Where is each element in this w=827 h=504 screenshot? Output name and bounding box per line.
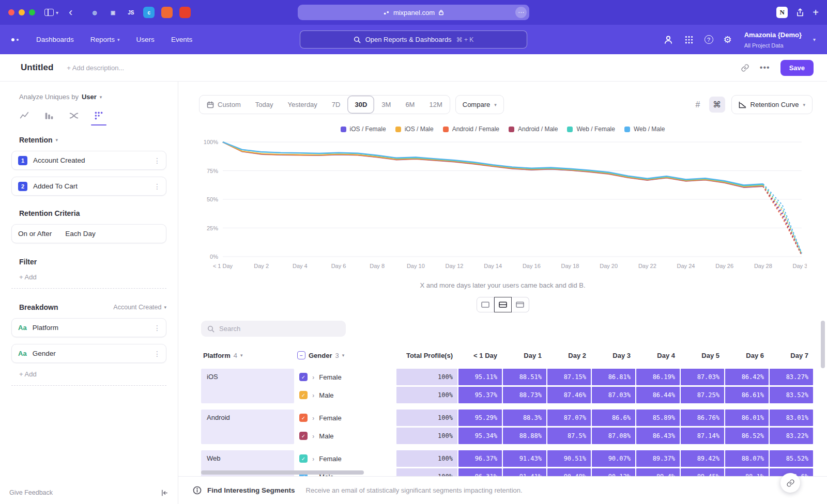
notion-icon[interactable]: N: [776, 7, 788, 18]
legend-item[interactable]: iOS / Female: [341, 125, 386, 133]
extension-icon-1[interactable]: ◎: [89, 7, 100, 18]
mixpanel-logo[interactable]: [11, 38, 19, 41]
row-checkbox[interactable]: ✓: [299, 373, 308, 381]
retention-cell[interactable]: 87.08%: [592, 428, 635, 444]
tab-retention[interactable]: [91, 111, 106, 125]
report-title[interactable]: Untitled: [21, 62, 53, 73]
retention-cell[interactable]: 83.01%: [770, 410, 813, 426]
breakdown-add-button[interactable]: + Add: [11, 370, 166, 386]
retention-cell[interactable]: 88.1%: [725, 468, 769, 476]
row-checkbox[interactable]: ✓: [299, 432, 308, 440]
retention-cell[interactable]: 87.46%: [547, 387, 591, 403]
kebab-menu-icon[interactable]: ⋮: [154, 182, 161, 191]
retention-cell[interactable]: 87.15%: [547, 369, 591, 385]
help-icon[interactable]: ?: [705, 35, 713, 44]
retention-cell[interactable]: 86.44%: [636, 387, 680, 403]
retention-cell[interactable]: 87.5%: [547, 428, 591, 444]
keyboard-shortcuts-button[interactable]: ⌘: [709, 97, 725, 113]
extension-icon-3[interactable]: JS: [125, 7, 136, 18]
window-close-button[interactable]: [8, 9, 14, 15]
legend-item[interactable]: Android / Female: [443, 125, 499, 133]
column-platform[interactable]: Platform 4 ▾: [201, 352, 294, 359]
retention-cell[interactable]: 87.14%: [681, 428, 724, 444]
share-icon[interactable]: [796, 8, 804, 17]
apps-grid-icon[interactable]: [684, 35, 694, 45]
retention-cell[interactable]: 89.37%: [636, 450, 680, 467]
view-table-only-button[interactable]: [512, 297, 529, 312]
settings-gear-icon[interactable]: ⚙: [724, 35, 732, 44]
retention-cell[interactable]: 85.52%: [770, 450, 813, 467]
tab-flows[interactable]: [67, 111, 81, 125]
legend-item[interactable]: Web / Male: [624, 125, 665, 133]
copy-link-icon[interactable]: [741, 64, 749, 72]
criteria-interval[interactable]: Each Day: [65, 230, 96, 238]
breakdown-gender[interactable]: Aa Gender ⋮: [11, 344, 166, 363]
retention-cell[interactable]: 88.07%: [725, 450, 769, 467]
legend-item[interactable]: Web / Female: [567, 125, 615, 133]
compare-button[interactable]: Compare ▾: [455, 95, 504, 114]
view-split-button[interactable]: [494, 297, 512, 312]
retention-cell[interactable]: 86.6%: [592, 410, 635, 426]
retention-cell[interactable]: 83.52%: [770, 387, 813, 403]
nav-item-dashboards[interactable]: Dashboards: [36, 36, 74, 43]
retention-cell[interactable]: 96.37%: [458, 450, 502, 467]
row-checkbox[interactable]: ✓: [299, 391, 308, 399]
kebab-menu-icon[interactable]: ⋮: [154, 156, 161, 165]
kebab-menu-icon[interactable]: ⋮: [154, 324, 161, 332]
retention-cell[interactable]: 87.25%: [681, 387, 724, 403]
nav-item-events[interactable]: Events: [171, 36, 192, 43]
retention-cell[interactable]: 88.51%: [503, 369, 546, 385]
retention-cell[interactable]: 86.01%: [725, 410, 769, 426]
retention-cell[interactable]: 86.81%: [592, 369, 635, 385]
retention-cell[interactable]: 95.11%: [458, 369, 502, 385]
range-7d[interactable]: 7D: [325, 96, 348, 114]
nav-item-reports[interactable]: Reports▾: [90, 36, 120, 43]
horizontal-scrollbar[interactable]: [201, 470, 364, 475]
retention-cell[interactable]: 87.03%: [592, 387, 635, 403]
retention-cell[interactable]: 91.41%: [503, 468, 546, 476]
find-segments-link[interactable]: Find Interesting Segments: [207, 486, 295, 494]
retention-cell[interactable]: 95.37%: [458, 387, 502, 403]
range-custom[interactable]: Custom: [200, 96, 248, 114]
analyze-uniques-row[interactable]: Analyze Uniques by User ▾: [11, 93, 166, 101]
retention-cell[interactable]: 87.03%: [681, 369, 724, 385]
retention-cell[interactable]: 88.73%: [503, 387, 546, 403]
global-search[interactable]: Open Reports & Dashboards ⌘ + K: [300, 30, 527, 49]
data-management-icon[interactable]: [663, 35, 673, 45]
retention-cell[interactable]: 86.42%: [725, 369, 769, 385]
step-account-created[interactable]: 1 Account Created ⋮: [11, 151, 166, 170]
retention-cell[interactable]: 95.34%: [458, 428, 502, 444]
table-search-input[interactable]: Search: [201, 321, 346, 337]
retention-cell[interactable]: 85.89%: [636, 410, 680, 426]
extension-icon-2[interactable]: ▣: [107, 7, 118, 18]
range-3m[interactable]: 3M: [374, 96, 398, 114]
extension-icon-5[interactable]: [161, 7, 173, 18]
range-30d[interactable]: 30D: [347, 96, 374, 114]
retention-cell[interactable]: 86.61%: [725, 387, 769, 403]
step-added-to-cart[interactable]: 2 Added To Cart ⋮: [11, 177, 166, 196]
row-checkbox[interactable]: ✓: [299, 454, 308, 463]
retention-section-header[interactable]: Retention ▾: [11, 136, 166, 144]
breakdown-scope-selector[interactable]: Account Created ▾: [113, 304, 166, 311]
range-yesterday[interactable]: Yesterday: [281, 96, 325, 114]
retention-cell[interactable]: 90.07%: [592, 450, 635, 467]
extension-icon-4[interactable]: c: [143, 7, 155, 18]
retention-cell[interactable]: 96.31%: [458, 468, 502, 476]
window-minimize-button[interactable]: [19, 9, 25, 15]
expand-row-icon[interactable]: ›: [312, 391, 314, 399]
nav-item-users[interactable]: Users: [136, 36, 155, 43]
annotations-button[interactable]: #: [690, 97, 706, 113]
retention-cell[interactable]: 83.22%: [770, 428, 813, 444]
more-options-icon[interactable]: •••: [760, 63, 770, 72]
expand-row-icon[interactable]: ›: [312, 373, 314, 381]
range-12m[interactable]: 12M: [422, 96, 449, 114]
window-zoom-button[interactable]: [29, 9, 35, 15]
legend-item[interactable]: iOS / Male: [395, 125, 434, 133]
vertical-scrollbar[interactable]: [821, 321, 825, 368]
retention-criteria-selector[interactable]: On or After Each Day: [11, 224, 166, 243]
range-today[interactable]: Today: [248, 96, 281, 114]
select-all-checkbox[interactable]: −: [297, 351, 305, 359]
line-chart[interactable]: 100%75%50%25%0%< 1 DayDay 2Day 4Day 6Day…: [197, 135, 807, 273]
retention-cell[interactable]: 86.19%: [636, 369, 680, 385]
retention-cell[interactable]: 89.4%: [636, 468, 680, 476]
